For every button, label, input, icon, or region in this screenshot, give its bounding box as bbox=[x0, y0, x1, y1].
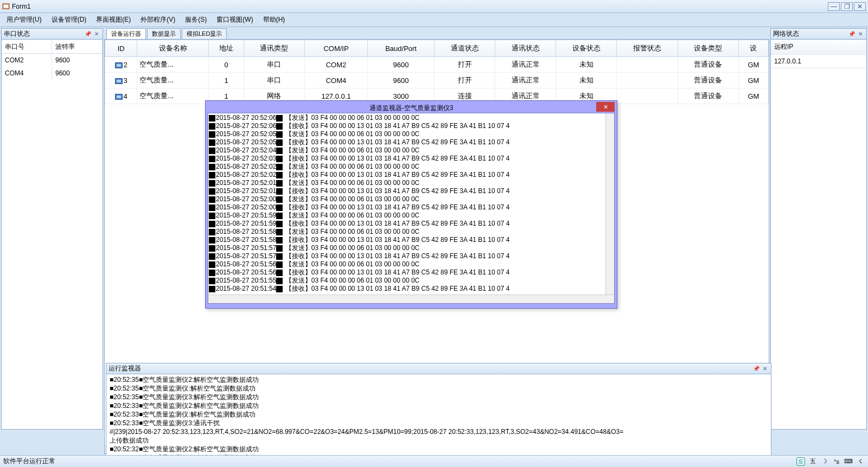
titlebar: Form1 — ❐ ✕ bbox=[0, 0, 868, 13]
menu-item-6[interactable]: 帮助(H) bbox=[259, 14, 290, 26]
menu-item-1[interactable]: 设备管理(D) bbox=[47, 14, 91, 26]
menu-item-5[interactable]: 窗口视图(W) bbox=[212, 14, 257, 26]
menu-item-3[interactable]: 外部程序(V) bbox=[136, 14, 180, 26]
svg-rect-1 bbox=[4, 4, 9, 8]
maximize-button[interactable]: ❐ bbox=[841, 2, 853, 11]
menu-item-2[interactable]: 界面视图(E) bbox=[92, 14, 135, 26]
menubar: 用户管理(U)设备管理(D)界面视图(E)外部程序(V)服务(S)窗口视图(W)… bbox=[0, 13, 868, 27]
window-title: Form1 bbox=[12, 3, 31, 10]
close-button[interactable]: ✕ bbox=[854, 2, 866, 11]
menu-item-0[interactable]: 用户管理(U) bbox=[2, 14, 46, 26]
minimize-button[interactable]: — bbox=[828, 2, 840, 11]
app-icon bbox=[2, 3, 10, 10]
menu-item-4[interactable]: 服务(S) bbox=[181, 14, 211, 26]
